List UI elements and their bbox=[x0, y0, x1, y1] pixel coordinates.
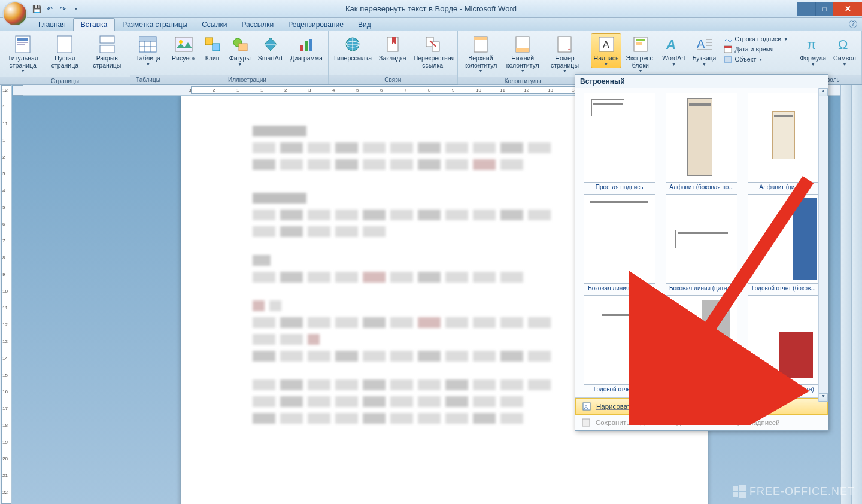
group-illustrations: Рисунок Клип Фигуры▼ SmartArt Диаграмма … bbox=[166, 31, 329, 84]
gallery-heading: Встроенный bbox=[575, 75, 828, 88]
picture-button[interactable]: Рисунок bbox=[169, 33, 199, 64]
picture-icon bbox=[174, 35, 193, 54]
svg-text:A: A bbox=[584, 404, 588, 410]
draw-textbox-icon: A bbox=[582, 402, 591, 411]
tab-selector-icon[interactable] bbox=[13, 85, 23, 96]
shapes-icon bbox=[230, 35, 250, 54]
qat-dropdown-icon[interactable]: ▼ bbox=[71, 4, 81, 14]
save-icon[interactable]: 💾 bbox=[31, 4, 42, 14]
svg-rect-12 bbox=[139, 37, 156, 41]
scroll-up-icon[interactable]: ▲ bbox=[819, 88, 828, 96]
page-break-button[interactable]: Разрыв страницы bbox=[87, 33, 128, 71]
smartart-icon bbox=[261, 35, 280, 54]
tab-mailings[interactable]: Рассылки bbox=[234, 19, 281, 31]
svg-rect-5 bbox=[100, 36, 114, 43]
date-time-button[interactable]: Дата и время bbox=[723, 44, 789, 54]
wordart-button[interactable]: A WordArt▼ bbox=[659, 33, 688, 68]
gallery-item[interactable]: Годовой отчет (боков... bbox=[745, 194, 823, 292]
tab-layout[interactable]: Разметка страницы bbox=[115, 19, 195, 31]
titlebar: 💾 ↶ ↷ ▼ Как перевернуть текст в Ворде - … bbox=[0, 0, 862, 18]
gallery-item[interactable]: Годовой отчет (ц... bbox=[580, 295, 658, 393]
tab-home[interactable]: Главная bbox=[31, 19, 73, 31]
bookmark-button[interactable]: Закладка bbox=[376, 33, 409, 64]
svg-text:A: A bbox=[666, 37, 676, 52]
undo-icon[interactable]: ↶ bbox=[44, 4, 55, 14]
draw-textbox-item[interactable]: A Нарисовать надпись bbox=[575, 398, 828, 415]
gallery-grid: Простая надпись Алфавит (боковая по... А… bbox=[575, 88, 828, 397]
svg-rect-2 bbox=[17, 42, 28, 43]
minimize-button[interactable]: — bbox=[797, 2, 815, 16]
chart-button[interactable]: Диаграмма bbox=[287, 33, 326, 64]
vertical-scrollbar[interactable] bbox=[851, 85, 862, 504]
maximize-button[interactable]: □ bbox=[815, 2, 833, 16]
dropcap-button[interactable]: A Буквица▼ bbox=[690, 33, 720, 68]
clip-button[interactable]: Клип bbox=[200, 33, 225, 64]
group-pages: Титульная страница▼ Пустая страница Разр… bbox=[0, 31, 130, 84]
signature-line-button[interactable]: Строка подписи ▼ bbox=[723, 34, 789, 44]
office-button[interactable] bbox=[2, 1, 28, 26]
gallery-scrollbar[interactable]: ▲ ▼ bbox=[818, 88, 828, 402]
close-button[interactable]: ✕ bbox=[833, 2, 862, 16]
clip-icon bbox=[203, 35, 222, 54]
gallery-item[interactable]: Алфавит (боковая по... bbox=[662, 93, 740, 190]
dropcap-icon: A bbox=[695, 35, 714, 54]
footer-icon bbox=[513, 35, 532, 54]
header-icon bbox=[471, 35, 490, 54]
svg-rect-21 bbox=[309, 39, 312, 51]
svg-rect-1 bbox=[17, 38, 28, 41]
crossref-icon bbox=[423, 35, 442, 54]
chart-icon bbox=[297, 35, 316, 54]
group-links-label: Связи bbox=[329, 75, 457, 84]
svg-rect-13 bbox=[175, 37, 192, 51]
gallery-item[interactable]: Боковая линия (цитат... bbox=[662, 194, 740, 292]
textbox-gallery: Встроенный Простая надпись Алфавит (боко… bbox=[575, 74, 828, 431]
help-icon[interactable]: ? bbox=[849, 20, 857, 28]
group-tables-label: Таблицы bbox=[130, 75, 166, 84]
gallery-item[interactable]: Боковая линия (боко... bbox=[580, 194, 658, 292]
hyperlink-icon bbox=[343, 35, 362, 54]
svg-rect-16 bbox=[213, 44, 220, 51]
tab-review[interactable]: Рецензирование bbox=[281, 19, 351, 31]
gallery-item[interactable]: Алфавит (цитата) bbox=[745, 93, 823, 190]
gallery-item[interactable]: Головоломка (цитата) bbox=[745, 295, 823, 393]
svg-rect-56 bbox=[739, 492, 746, 498]
formula-button[interactable]: π Формула▼ bbox=[797, 33, 829, 68]
quick-access-toolbar: 💾 ↶ ↷ ▼ bbox=[31, 4, 81, 14]
object-button[interactable]: Объект ▼ bbox=[723, 54, 789, 64]
shapes-button[interactable]: Фигуры▼ bbox=[226, 33, 254, 68]
gallery-item[interactable]: ...оволомка (бокова... bbox=[662, 295, 740, 393]
footer-button[interactable]: Нижний колонтитул▼ bbox=[502, 33, 543, 75]
pagenum-icon: # bbox=[555, 35, 574, 54]
blank-page-button[interactable]: Пустая страница bbox=[44, 33, 85, 71]
symbol-icon: Ω bbox=[835, 35, 854, 54]
tab-insert[interactable]: Вставка bbox=[73, 18, 116, 31]
tab-view[interactable]: Вид bbox=[351, 19, 378, 31]
quickparts-button[interactable]: Экспресс-блоки▼ bbox=[623, 33, 658, 75]
hyperlink-button[interactable]: Гиперссылка bbox=[331, 33, 375, 64]
header-button[interactable]: Верхний колонтитул▼ bbox=[460, 33, 501, 75]
table-icon bbox=[138, 35, 157, 54]
table-button[interactable]: Таблица▼ bbox=[133, 33, 163, 68]
window-title: Как перевернуть текст в Ворде - Microsof… bbox=[345, 4, 517, 13]
svg-rect-28 bbox=[474, 37, 487, 40]
symbol-button[interactable]: Ω Символ▼ bbox=[830, 33, 859, 68]
scrollbar-inner[interactable] bbox=[840, 85, 851, 504]
vertical-ruler: 1211112345678910111213141516171819202122… bbox=[0, 85, 12, 504]
smartart-button[interactable]: SmartArt bbox=[255, 33, 286, 64]
svg-rect-19 bbox=[300, 45, 303, 51]
wordart-icon: A bbox=[664, 35, 683, 54]
group-hf-label: Колонтитулы bbox=[458, 77, 588, 86]
redo-icon[interactable]: ↷ bbox=[57, 4, 68, 14]
textbox-button[interactable]: A Надпись▼ bbox=[591, 33, 622, 68]
cover-page-button[interactable]: Титульная страница▼ bbox=[2, 33, 43, 75]
pagenum-button[interactable]: # Номер страницы▼ bbox=[544, 33, 585, 75]
crossref-button[interactable]: Перекрестная ссылка bbox=[411, 33, 455, 71]
scroll-down-icon[interactable]: ▼ bbox=[819, 393, 828, 402]
tab-references[interactable]: Ссылки bbox=[195, 19, 234, 31]
svg-text:#: # bbox=[568, 46, 571, 51]
gallery-item[interactable]: Простая надпись bbox=[580, 93, 658, 190]
save-selection-icon bbox=[581, 418, 591, 427]
page-break-icon bbox=[98, 35, 117, 54]
svg-rect-30 bbox=[516, 48, 529, 52]
formula-icon: π bbox=[803, 35, 822, 54]
